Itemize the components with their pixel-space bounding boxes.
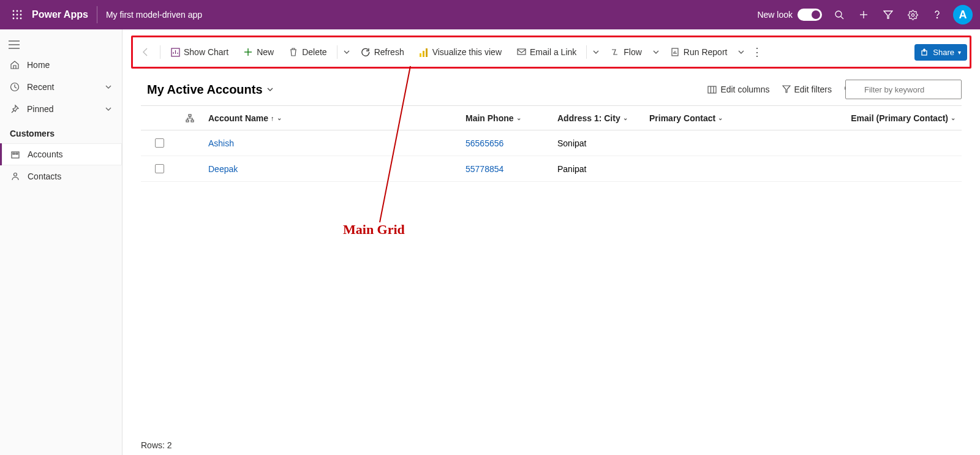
sidebar-item-recent[interactable]: Recent (0, 76, 122, 98)
cmd-label: Run Report (684, 47, 728, 57)
flow-button[interactable]: Flow (604, 43, 648, 61)
columns-icon (707, 86, 717, 94)
show-chart-button[interactable]: Show Chart (164, 43, 235, 61)
col-label: Address 1: City (557, 113, 620, 123)
column-header-city[interactable]: Address 1: City ⌄ (551, 113, 643, 123)
new-look-toggle[interactable]: New look (757, 9, 822, 21)
top-header: Power Apps My first model-driven app New… (0, 0, 980, 29)
sort-asc-icon: ↑ (271, 115, 274, 122)
plus-icon (243, 47, 253, 57)
chevron-down-icon: ⌄ (718, 115, 723, 121)
row-checkbox[interactable] (155, 138, 164, 148)
refresh-icon (361, 47, 371, 57)
column-header-phone[interactable]: Main Phone ⌄ (459, 113, 551, 123)
toggle-switch-icon[interactable] (797, 9, 822, 21)
edit-filters-button[interactable]: Edit filters (776, 81, 838, 98)
report-dropdown[interactable] (736, 42, 747, 62)
app-name: My first model-driven app (97, 10, 202, 20)
flow-icon (610, 47, 620, 57)
svg-point-15 (937, 17, 937, 18)
sidebar-entity-label: Accounts (28, 149, 63, 159)
account-name-link[interactable]: Ashish (208, 138, 234, 148)
flow-dropdown[interactable] (650, 42, 662, 62)
city-cell: Panipat (557, 164, 586, 174)
clock-icon (10, 82, 20, 92)
sidebar-entity-accounts[interactable]: Accounts (0, 143, 122, 165)
filter-icon[interactable] (876, 0, 900, 29)
add-icon[interactable] (851, 0, 876, 29)
brand-title: Power Apps (29, 9, 97, 20)
help-icon[interactable] (925, 0, 949, 29)
sidebar-entity-label: Contacts (28, 171, 61, 181)
delete-dropdown[interactable] (341, 42, 352, 62)
cmd-label: Share (933, 48, 954, 57)
city-cell: Sonipat (557, 138, 586, 148)
account-name-link[interactable]: Deepak (208, 164, 238, 174)
email-dropdown[interactable] (590, 42, 601, 62)
svg-rect-22 (16, 153, 18, 154)
edit-columns-button[interactable]: Edit columns (701, 81, 775, 98)
svg-rect-21 (13, 153, 15, 154)
phone-link[interactable]: 56565656 (466, 138, 503, 148)
column-header-email[interactable]: Email (Primary Contact) ⌄ (766, 113, 962, 123)
svg-rect-42 (189, 115, 191, 116)
hamburger-icon[interactable] (0, 36, 122, 54)
visualize-button[interactable]: Visualize this view (413, 43, 508, 61)
col-label: Account Name (208, 113, 268, 123)
more-commands-icon[interactable]: ⋮ (749, 45, 766, 59)
sidebar-item-home[interactable]: Home (0, 54, 122, 76)
new-button[interactable]: New (237, 43, 280, 61)
filter-input[interactable] (845, 80, 962, 99)
col-label: Primary Contact (649, 113, 715, 123)
cmd-label: Visualize this view (432, 47, 502, 57)
refresh-button[interactable]: Refresh (355, 43, 410, 61)
view-selector[interactable]: My Active Accounts (147, 83, 274, 97)
sidebar-entity-contacts[interactable]: Contacts (0, 165, 122, 187)
column-header-contact[interactable]: Primary Contact ⌄ (643, 113, 766, 123)
hierarchy-icon[interactable] (178, 114, 202, 122)
sidebar-item-pinned[interactable]: Pinned (0, 98, 122, 120)
view-title-text: My Active Accounts (147, 83, 263, 97)
svg-marker-39 (783, 86, 790, 92)
column-header-name[interactable]: Account Name ↑ ⌄ (202, 113, 459, 123)
svg-point-6 (13, 18, 15, 20)
entity-icon (10, 150, 20, 159)
chevron-down-icon: ▾ (958, 49, 961, 56)
svg-marker-13 (884, 11, 892, 18)
svg-point-3 (13, 14, 15, 16)
delete-button[interactable]: Delete (282, 43, 333, 61)
sidebar-item-label: Home (27, 60, 50, 70)
email-link-button[interactable]: Email a Link (510, 43, 582, 61)
app-launcher-icon[interactable] (5, 0, 29, 29)
chevron-down-icon: ⌄ (277, 115, 282, 121)
powerbi-icon (419, 47, 429, 57)
divider (586, 45, 587, 59)
avatar[interactable]: A (953, 5, 973, 24)
mail-icon (516, 47, 526, 57)
cmd-label: Refresh (374, 47, 404, 57)
svg-rect-30 (518, 49, 526, 55)
run-report-button[interactable]: Run Report (664, 43, 734, 61)
table-row[interactable]: Ashish 56565656 Sonipat (141, 130, 962, 156)
sidebar: Home Recent Pinned Customers Accounts Co… (0, 29, 123, 455)
settings-icon[interactable] (900, 0, 925, 29)
phone-link[interactable]: 55778854 (466, 164, 503, 174)
svg-rect-27 (420, 53, 421, 57)
grid-header-row: Account Name ↑ ⌄ Main Phone ⌄ Address 1:… (141, 106, 962, 130)
search-icon[interactable] (827, 0, 851, 29)
table-row[interactable]: Deepak 55778854 Panipat (141, 156, 962, 182)
chart-icon (170, 47, 180, 57)
chevron-down-icon: ⌄ (516, 115, 521, 121)
command-bar-highlight: Show Chart New Delete Refresh (131, 36, 971, 69)
sidebar-section-title: Customers (0, 120, 122, 143)
funnel-icon (782, 85, 791, 94)
svg-rect-36 (708, 86, 716, 93)
svg-point-2 (20, 10, 22, 12)
share-button[interactable]: Share ▾ (914, 44, 967, 61)
row-checkbox[interactable] (155, 164, 164, 173)
filter-keyword-wrap (838, 80, 962, 99)
svg-point-5 (20, 14, 22, 16)
sidebar-item-label: Pinned (27, 104, 54, 114)
back-button[interactable] (135, 42, 156, 62)
svg-line-10 (841, 17, 843, 19)
